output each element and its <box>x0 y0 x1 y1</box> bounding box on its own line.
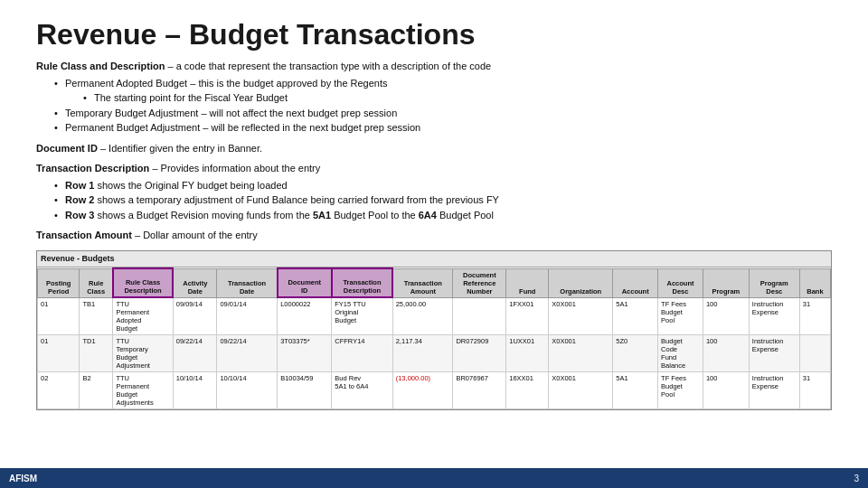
transaction-amount-text: – Dollar amount of the entry <box>135 230 258 240</box>
cell-bank: 31 <box>799 372 830 409</box>
cell-doc-ref: BR076967 <box>453 372 506 409</box>
cell-program-desc: InstructionExpense <box>749 372 799 409</box>
col-rule-class-desc: Rule ClassDescription <box>113 268 173 297</box>
col-doc-ref: DocumentReferenceNumber <box>453 268 506 297</box>
col-rule-class: RuleClass <box>80 268 113 297</box>
budget-table: PostingPeriod RuleClass Rule ClassDescri… <box>37 267 831 409</box>
cell-transaction-desc: CFFRY14 <box>332 335 392 372</box>
bullet-row1: Row 1 shows the Original FY budget being… <box>54 178 832 193</box>
transaction-desc-section: Transaction Description – Provides infor… <box>36 161 832 222</box>
table-row: 01 TB1 TTUPermanentAdoptedBudget 09/09/1… <box>38 297 831 335</box>
bullet-permanent-adj: Permanent Budget Adjustment – will be re… <box>54 120 832 136</box>
bullet-temporary: Temporary Budget Adjustment – will not a… <box>54 106 832 121</box>
document-id-section: Document ID – Identifier given the entry… <box>36 141 832 156</box>
transaction-desc-bullets: Row 1 shows the Original FY budget being… <box>54 178 832 223</box>
footer-left-text: AFISM <box>9 474 37 483</box>
cell-transaction-amount: 2,117.34 <box>392 335 453 372</box>
cell-program: 100 <box>703 335 749 372</box>
cell-doc-ref: DR072909 <box>453 335 506 372</box>
document-id-para: Document ID – Identifier given the entry… <box>36 141 832 156</box>
cell-account-desc: TF FeesBudgetPool <box>658 372 703 409</box>
col-account: Account <box>613 268 658 297</box>
cell-account: 5A1 <box>613 297 658 335</box>
cell-transaction-amount: 25,000.00 <box>392 297 453 335</box>
col-transaction-date: TransactionDate <box>217 268 278 297</box>
cell-activity-date: 09/22/14 <box>173 335 217 372</box>
cell-posting-period: 02 <box>38 372 80 409</box>
cell-fund: 16XX01 <box>506 372 549 409</box>
cell-account: 5Z0 <box>613 335 658 372</box>
cell-program: 100 <box>703 372 749 409</box>
transaction-desc-label: Transaction Description <box>36 163 149 174</box>
rule-class-para: Rule Class and Description – a code that… <box>36 59 832 74</box>
bullet-starting-point: The starting point for the Fiscal Year B… <box>83 90 832 106</box>
cell-organization: X0X001 <box>549 297 613 335</box>
cell-account-desc: TF FeesBudgetPool <box>658 297 703 335</box>
col-transaction-desc: TransactionDescription <box>332 268 392 297</box>
col-bank: Bank <box>799 268 830 297</box>
rule-class-bullets: Permanent Adopted Budget – this is the b… <box>54 76 832 136</box>
transaction-desc-text: – Provides information about the entry <box>152 163 320 174</box>
col-account-desc: AccountDesc <box>658 268 703 297</box>
transaction-desc-para: Transaction Description – Provides infor… <box>36 161 832 176</box>
transaction-amount-para: Transaction Amount – Dollar amount of th… <box>36 228 832 243</box>
cell-rule-class-desc: TTUTemporaryBudgetAdjustment <box>113 335 173 372</box>
col-posting-period: PostingPeriod <box>38 268 80 297</box>
cell-rule-class: TD1 <box>80 335 113 372</box>
cell-program-desc: InstructionExpense <box>749 297 799 335</box>
document-id-text: – Identifier given the entry in Banner. <box>100 143 262 154</box>
cell-program: 100 <box>703 297 749 335</box>
rule-class-text: – a code that represent the transaction … <box>168 61 492 71</box>
page-title: Revenue – Budget Transactions <box>36 18 832 52</box>
cell-transaction-date: 09/01/14 <box>217 297 278 335</box>
page: Revenue – Budget Transactions Rule Class… <box>0 0 868 488</box>
cell-transaction-desc: Bud Rev5A1 to 6A4 <box>332 372 392 409</box>
rule-class-section: Rule Class and Description – a code that… <box>36 59 832 136</box>
cell-document-id: L0000022 <box>278 297 332 335</box>
cell-posting-period: 01 <box>38 335 80 372</box>
document-id-label: Document ID <box>36 143 98 154</box>
cell-rule-class: B2 <box>80 372 113 409</box>
table-header-row: PostingPeriod RuleClass Rule ClassDescri… <box>38 268 831 297</box>
cell-organization: X0X001 <box>549 372 613 409</box>
bullet-row3: Row 3 shows a Budget Revision moving fun… <box>54 208 832 223</box>
footer-right-text: 3 <box>854 474 859 483</box>
cell-transaction-date: 09/22/14 <box>217 335 278 372</box>
col-program-desc: ProgramDesc <box>749 268 799 297</box>
budget-table-container: Revenue - Budgets PostingPeriod RuleClas… <box>36 250 832 411</box>
transaction-amount-section: Transaction Amount – Dollar amount of th… <box>36 228 832 243</box>
table-row: 02 B2 TTUPermanentBudgetAdjustments 10/1… <box>38 372 831 409</box>
transaction-amount-label: Transaction Amount <box>36 230 132 240</box>
cell-account-desc: BudgetCodeFundBalance <box>658 335 703 372</box>
bullet-permanent-adopted: Permanent Adopted Budget – this is the b… <box>54 76 832 106</box>
table-body: 01 TB1 TTUPermanentAdoptedBudget 09/09/1… <box>38 297 831 409</box>
cell-transaction-desc: FY15 TTUOriginalBudget <box>332 297 392 335</box>
table-row: 01 TD1 TTUTemporaryBudgetAdjustment 09/2… <box>38 335 831 372</box>
cell-document-id: B10034/59 <box>278 372 332 409</box>
table-title: Revenue - Budgets <box>37 251 831 268</box>
cell-doc-ref <box>453 297 506 335</box>
cell-transaction-date: 10/10/14 <box>217 372 278 409</box>
cell-fund: 1FXX01 <box>506 297 549 335</box>
cell-activity-date: 10/10/14 <box>173 372 217 409</box>
col-activity-date: ActivityDate <box>173 268 217 297</box>
cell-program-desc: InstructionExpense <box>749 335 799 372</box>
cell-bank: 31 <box>799 297 830 335</box>
footer-bar: AFISM 3 <box>0 468 868 488</box>
col-transaction-amount: TransactionAmount <box>392 268 453 297</box>
cell-rule-class: TB1 <box>80 297 113 335</box>
cell-document-id: 3T03375* <box>278 335 332 372</box>
rule-class-label: Rule Class and Description <box>36 61 165 71</box>
cell-rule-class-desc: TTUPermanentAdoptedBudget <box>113 297 173 335</box>
cell-transaction-amount: (13,000.00) <box>392 372 453 409</box>
cell-bank <box>799 335 830 372</box>
sub-bullets: The starting point for the Fiscal Year B… <box>83 90 832 106</box>
cell-activity-date: 09/09/14 <box>173 297 217 335</box>
cell-rule-class-desc: TTUPermanentBudgetAdjustments <box>113 372 173 409</box>
cell-fund: 1UXX01 <box>506 335 549 372</box>
col-program: Program <box>703 268 749 297</box>
col-organization: Organization <box>549 268 613 297</box>
col-document-id: DocumentID <box>278 268 332 297</box>
col-fund: Fund <box>506 268 549 297</box>
content-area: Rule Class and Description – a code that… <box>36 59 832 410</box>
